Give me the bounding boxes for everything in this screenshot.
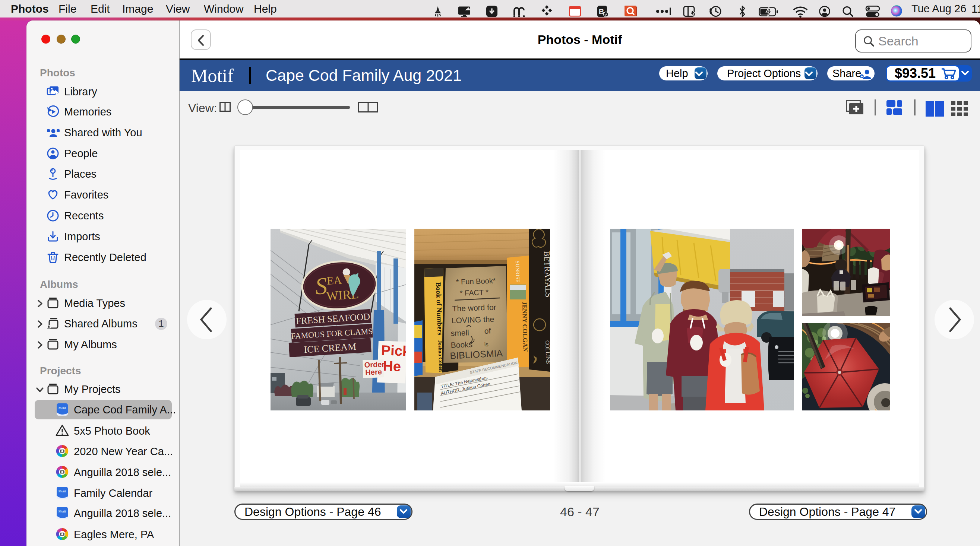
svg-text:Pick: Pick <box>381 342 406 359</box>
svg-text:JENNY COLGAN: JENNY COLGAN <box>521 302 529 352</box>
svg-text:of: of <box>484 326 491 335</box>
svg-text:is: is <box>484 341 488 348</box>
svg-text:Here: Here <box>365 368 382 376</box>
svg-text:COLLINS: COLLINS <box>544 340 550 364</box>
svg-text:He: He <box>383 358 401 374</box>
svg-text:smell: smell <box>450 328 469 337</box>
svg-text:* Fun Book*: * Fun Book* <box>456 276 496 286</box>
svg-text:SUNRISE: SUNRISE <box>515 261 520 283</box>
svg-text:Motif: Motif <box>59 489 66 493</box>
svg-text:Motif: Motif <box>59 509 66 513</box>
svg-text:Motif: Motif <box>59 406 66 410</box>
svg-text:EA: EA <box>326 274 342 287</box>
svg-text:The word for: The word for <box>452 303 496 313</box>
svg-text:Books: Books <box>450 340 473 349</box>
svg-text:LOVING the: LOVING the <box>451 315 494 325</box>
svg-text:* FACT *: * FACT * <box>460 288 488 297</box>
svg-text:+: + <box>861 74 863 79</box>
